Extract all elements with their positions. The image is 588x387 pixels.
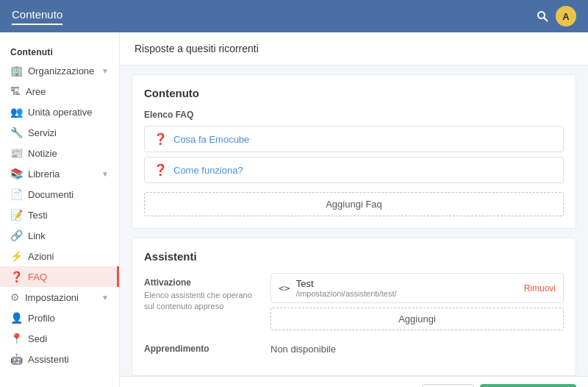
faq-item-2[interactable]: ❓ Come funziona? [144,157,564,183]
attivazione-value-col: <> Test /impostazioni/assistenti/test/ R… [270,273,564,330]
sidebar-item-unita-operative[interactable]: 👥 Unità operative [0,102,119,122]
top-nav-icons: A [537,6,576,26]
sidebar-item-link[interactable]: 🔗 Link [0,225,119,246]
assistenti-section-title: Assistenti [144,250,564,263]
documenti-icon: 📄 [10,188,23,200]
attivazione-row: Attivazione Elenco assistenti che operan… [144,273,564,330]
svg-line-1 [544,18,548,21]
link-icon: 🔗 [10,230,23,241]
svg-point-0 [538,12,545,18]
apprendimento-row: Apprendimento Non disponibile [144,339,564,355]
code-icon: <> [279,283,290,294]
faq-link-2[interactable]: Come funziona? [173,165,243,176]
sidebar-item-label: Link [28,230,46,241]
testi-icon: 📝 [10,209,23,221]
chevron-down-icon: ▼ [101,170,109,178]
faq-list-label: Elenco FAQ [144,110,564,120]
assistenti-icon: 🤖 [10,353,23,365]
action-buttons: Salva Salva e pubblica [422,384,576,387]
avatar-button[interactable]: A [556,6,576,26]
sidebar-group-organizzazione[interactable]: 🏢 Organizzazione ▼ [0,60,119,81]
sidebar-item-assistenti[interactable]: 🤖 Assistenti [0,349,119,369]
publish-button[interactable]: Salva e pubblica [480,384,576,387]
chevron-down-icon: ▼ [101,294,109,302]
sidebar-group-impostazioni[interactable]: ⚙ Impostazioni ▼ [0,287,119,308]
sidebar-item-aree[interactable]: 🏗 Aree [0,81,119,102]
libreria-icon: 📚 [10,168,23,180]
sidebar-item-servizi[interactable]: 🔧 Servizi [0,122,119,143]
sidebar-item-profilo[interactable]: 👤 Profilo [0,308,119,328]
azioni-icon: ⚡ [10,250,23,262]
assistenti-section: Assistenti Attivazione Elenco assistenti… [132,238,576,376]
unita-icon: 👥 [10,106,23,118]
add-assistant-button[interactable]: Aggiungi [270,308,564,330]
sidebar-group-label: Libreria [28,168,60,180]
main-layout: Contenuti 🏢 Organizzazione ▼ 🏗 Aree 👥 Un… [0,32,588,387]
contenuto-section-title: Contenuto [144,87,564,99]
sidebar-item-label: Servizi [28,127,57,138]
search-icon [537,10,548,22]
sidebar-group-label: Impostazioni [25,292,79,303]
apprendimento-label-col: Apprendimento [144,339,262,355]
sidebar-item-label: Documenti [28,189,74,200]
faq-icon: ❓ [10,271,23,283]
sidebar-item-label: FAQ [28,271,47,283]
sidebar-group-libreria[interactable]: 📚 Libreria ▼ [0,163,119,184]
servizi-icon: 🔧 [10,127,23,138]
save-button[interactable]: Salva [422,384,474,387]
sidebar: Contenuti 🏢 Organizzazione ▼ 🏗 Aree 👥 Un… [0,32,120,387]
sidebar-item-documenti[interactable]: 📄 Documenti [0,184,119,205]
attivazione-label-col: Attivazione Elenco assistenti che operan… [144,273,262,330]
assistant-entry-1: <> Test /impostazioni/assistenti/test/ R… [270,273,564,303]
organizzazione-icon: 🏢 [10,65,23,77]
sedi-icon: 📍 [10,333,23,344]
sidebar-item-label: Sedi [28,333,47,344]
top-nav: Contenuto A [0,0,588,32]
faq-link-1[interactable]: Cosa fa Emocube [173,134,249,145]
faq-question-icon-2: ❓ [154,163,168,177]
sidebar-item-label: Aree [26,86,46,97]
sidebar-item-label: Unità operative [28,107,92,118]
sidebar-item-azioni[interactable]: ⚡ Azioni [0,246,119,266]
sidebar-item-label: Testi [28,210,48,221]
faq-item-1[interactable]: ❓ Cosa fa Emocube [144,126,564,152]
sidebar-item-sedi[interactable]: 📍 Sedi [0,328,119,349]
remove-link[interactable]: Rimuovi [524,283,556,294]
chevron-down-icon: ▼ [101,67,109,75]
notizie-icon: 📰 [10,147,23,159]
apprendimento-label: Apprendimento [144,344,262,354]
sidebar-item-notizie[interactable]: 📰 Notizie [0,143,119,163]
content-area: Risposte a quesiti ricorrenti Contenuto … [120,32,588,387]
assistant-info: Test /impostazioni/assistenti/test/ [296,278,518,298]
attivazione-label: Attivazione [144,277,262,288]
sidebar-item-label: Profilo [28,313,55,324]
sidebar-item-faq[interactable]: ❓ FAQ [0,266,119,287]
sidebar-item-testi[interactable]: 📝 Testi [0,205,119,225]
faq-question-icon-1: ❓ [154,132,168,146]
assistant-name: Test [296,278,518,289]
bottom-bar: Libreria / FAQ / Salva Salva e pubblica [120,376,588,387]
page-header: Risposte a quesiti ricorrenti [120,32,588,65]
impostazioni-icon: ⚙ [10,291,20,303]
app-title: Contenuto [12,8,62,25]
apprendimento-value: Non disponibile [270,339,564,355]
contenuto-section: Contenuto Elenco FAQ ❓ Cosa fa Emocube ❓… [132,74,576,229]
sidebar-item-label: Azioni [28,251,54,262]
sidebar-item-label: Notizie [28,148,57,159]
sidebar-group-label: Organizzazione [28,65,94,77]
attivazione-sublabel: Elenco assistenti che operano sul conten… [144,290,262,313]
page-title: Risposte a quesiti ricorrenti [135,43,259,54]
aree-icon: 🏗 [10,85,21,97]
search-button[interactable] [537,10,548,22]
add-faq-button[interactable]: Aggiungi Faq [144,192,564,216]
apprendimento-value-col: Non disponibile [270,339,564,355]
profilo-icon: 👤 [10,312,23,324]
assistant-path: /impostazioni/assistenti/test/ [296,289,518,298]
sidebar-section-title: Contenuti [0,41,119,60]
sidebar-item-label: Assistenti [28,354,69,365]
